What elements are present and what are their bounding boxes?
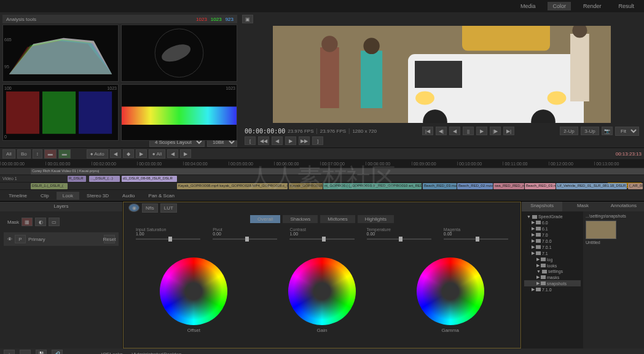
- out-point-button[interactable]: ]: [312, 136, 323, 145]
- scope-histogram[interactable]: 685 95: [2, 25, 119, 82]
- slider-input[interactable]: [136, 238, 200, 240]
- keyframe-next-button[interactable]: ▶: [136, 149, 147, 158]
- timeline-clip[interactable]: DSLR_1.(_DSLR_(: [31, 183, 68, 189]
- timeline-ruler[interactable]: 00:00:00:0000:01:00:0000:02:00:0000:03:0…: [0, 159, 644, 168]
- timeline-clip[interactable]: sea_RED_RED_m.: [493, 183, 524, 189]
- timeline-clip[interactable]: (_AR_08: [628, 183, 643, 189]
- nav-render[interactable]: Render: [578, 2, 607, 10]
- keyframe-add-button[interactable]: ◆: [123, 149, 134, 158]
- snapshot-icon[interactable]: 📷: [602, 127, 613, 135]
- reset-button[interactable]: Reset: [104, 235, 115, 243]
- slider-temp[interactable]: [367, 238, 431, 240]
- add-button[interactable]: +: [4, 350, 15, 354]
- prev-edit-button[interactable]: ◀◀: [258, 136, 269, 145]
- tab-annotations[interactable]: Annotations: [603, 202, 644, 211]
- layer-type-icon[interactable]: P: [15, 235, 26, 243]
- timeline-clip[interactable]: Beach_RED_03.mov: [525, 183, 556, 189]
- tab-audio[interactable]: Audio: [116, 192, 141, 200]
- timeline-clip[interactable]: nt_GOPRO0.( (_GOPRO010.9 _RED_GOPRO010 a…: [323, 183, 422, 189]
- nav-color[interactable]: Color: [548, 2, 571, 10]
- tree-item[interactable]: ▶ 7.0: [524, 232, 581, 238]
- tree-item[interactable]: ▶ looks: [524, 262, 581, 269]
- range-overall-tab[interactable]: Overall: [250, 215, 280, 223]
- viewer-expand-icon[interactable]: ▣: [242, 15, 253, 23]
- timeline-clip[interactable]: ..._DSLR_(...): [89, 176, 120, 182]
- tab-clip[interactable]: Clip: [34, 192, 55, 200]
- tab-snapshots[interactable]: Snapshots: [522, 202, 562, 211]
- filter-bo-button[interactable]: Bo: [17, 149, 31, 159]
- range-highlights-tab[interactable]: Highlights: [358, 215, 394, 223]
- tree-item[interactable]: ▶ 6.0: [524, 219, 581, 226]
- tree-item[interactable]: ▶ log: [524, 256, 581, 262]
- pause-button[interactable]: ||: [463, 127, 474, 135]
- scope-waveform[interactable]: 1023: [121, 84, 237, 141]
- mask-icon-1[interactable]: ▦: [22, 218, 33, 226]
- next-frame-button[interactable]: ▶: [285, 136, 296, 145]
- tab-panscan[interactable]: Pan & Scan: [143, 192, 181, 200]
- nav-prev-button[interactable]: ◀: [167, 149, 178, 158]
- tool-razor-icon[interactable]: ▬: [44, 149, 57, 159]
- tree-item[interactable]: ▶ snapshots: [524, 280, 581, 286]
- timeline-clip[interactable]: Kayak_GOPRO018.MP4: [289, 183, 323, 189]
- viewer-monitor[interactable]: [273, 26, 611, 123]
- range-midtones-tab[interactable]: Midtones: [320, 215, 355, 223]
- keyframe-auto-button[interactable]: ● Auto: [87, 149, 108, 159]
- tree-item[interactable]: ▶ 7.0.1: [524, 244, 581, 250]
- prev-frame-button[interactable]: ◀: [272, 136, 283, 145]
- slider-contrast[interactable]: [289, 238, 354, 240]
- tool-slip-icon[interactable]: ▬: [58, 149, 71, 159]
- scope-vectorscope[interactable]: [121, 25, 237, 82]
- timeline-clip[interactable]: d1_DSLR_08-08_ISLR_DSLR: [122, 176, 177, 182]
- slider-magenta[interactable]: [444, 238, 508, 240]
- keyframe-prev-button[interactable]: ◀: [110, 149, 121, 158]
- nav-result[interactable]: Result: [613, 2, 639, 10]
- save-icon[interactable]: 💾: [36, 350, 47, 354]
- play-button[interactable]: ▶: [476, 127, 487, 135]
- slider-pivot[interactable]: [213, 238, 277, 240]
- tree-item[interactable]: ▶ masks: [524, 274, 581, 280]
- in-point-button[interactable]: [: [245, 136, 256, 145]
- tree-item[interactable]: ▶ 7.1.0: [524, 286, 581, 293]
- mode-lut-button[interactable]: LUT: [160, 203, 177, 213]
- range-shadows-tab[interactable]: Shadows: [283, 215, 318, 223]
- step-fwd-button[interactable]: |▶: [490, 127, 501, 135]
- color-wheel-offset[interactable]: [160, 258, 227, 325]
- timeline-clip[interactable]: LIf_Vehicle_RED_01_SLR_081.18_DSLR_01_(: [556, 183, 627, 189]
- show-all-button[interactable]: ● All: [149, 149, 166, 159]
- goto-start-button[interactable]: |◀: [422, 127, 433, 135]
- next-edit-button[interactable]: ▶▶: [299, 136, 310, 145]
- tab-look[interactable]: Look: [57, 192, 79, 200]
- zoom-select[interactable]: Fit: [615, 127, 639, 136]
- compare-3up-button[interactable]: 3-Up: [581, 127, 599, 135]
- eye-icon[interactable]: 👁: [7, 237, 12, 242]
- mask-icon-2[interactable]: ◐: [35, 218, 46, 226]
- tab-timeline[interactable]: Timeline: [2, 192, 33, 200]
- color-wheel-gamma[interactable]: [417, 258, 484, 325]
- timeline-clip[interactable]: Beach_RED_03.mov: [423, 183, 457, 189]
- link-icon[interactable]: 🔗: [52, 350, 63, 354]
- timeline-clip[interactable]: R_DSLR: [68, 176, 86, 182]
- filter-all-button[interactable]: All: [2, 149, 15, 159]
- tree-item[interactable]: ▶ 7.1: [524, 250, 581, 256]
- tree-item[interactable]: ▼ settings: [524, 269, 581, 274]
- play-reverse-button[interactable]: ◀: [449, 127, 460, 135]
- project-clip[interactable]: Corey Rich Kauai Video 01 | Kauai.prproj: [31, 168, 644, 175]
- scope-rgb-parade[interactable]: 100 0 1023: [2, 84, 119, 141]
- subtract-button[interactable]: −: [20, 350, 31, 354]
- mode-wheel-icon[interactable]: ◉: [128, 203, 139, 212]
- folder-tree[interactable]: ▼ SpeedGrade ▶ 6.0▶ 6.1▶ 7.0▶ 7.0.0▶ 7.0…: [522, 211, 583, 348]
- mode-label[interactable]: Nfls: [142, 203, 158, 213]
- nav-media[interactable]: Media: [516, 2, 541, 10]
- tree-item[interactable]: ▶ 7.0.0: [524, 238, 581, 244]
- tree-item[interactable]: ▶ 6.1: [524, 226, 581, 232]
- nav-next-button[interactable]: ▶: [180, 149, 191, 158]
- tab-mask[interactable]: Mask: [562, 202, 603, 211]
- step-back-button[interactable]: ◀|: [436, 127, 447, 135]
- timeline-clip[interactable]: Kayak_GOPRO008.mp4 kayak_GOPRO028.MP4_GO…: [177, 183, 288, 189]
- mask-icon-3[interactable]: ▭: [49, 218, 60, 226]
- compare-2up-button[interactable]: 2-Up: [560, 127, 578, 135]
- tool-select-icon[interactable]: ↕: [33, 149, 42, 159]
- snapshot-thumb[interactable]: [586, 221, 616, 239]
- tree-root[interactable]: ▼ SpeedGrade: [524, 214, 581, 219]
- timeline-clip[interactable]: Beach_RED_02.mov: [457, 183, 493, 189]
